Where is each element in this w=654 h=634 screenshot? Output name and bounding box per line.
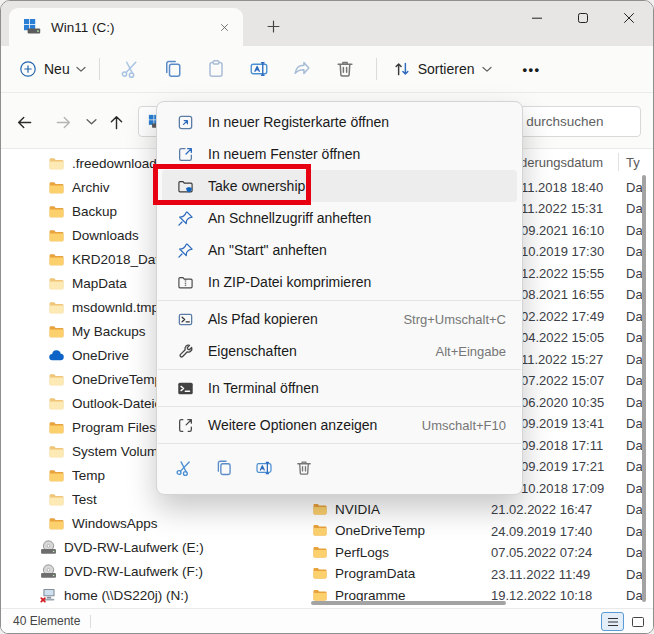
- sidebar-item-label: DVD-RW-Laufwerk (E:): [64, 540, 204, 555]
- column-header-type[interactable]: Ty: [626, 155, 640, 170]
- file-type: Da: [626, 287, 643, 302]
- file-date-modified: 19.12.2022 10:18: [491, 588, 592, 603]
- delete-icon: [295, 459, 313, 477]
- new-tab-button[interactable]: [259, 12, 287, 40]
- toolbar-divider: [99, 58, 100, 80]
- file-type: Da: [626, 395, 643, 410]
- column-divider[interactable]: [618, 153, 619, 171]
- sidebar-item[interactable]: home (\\DS220j) (N:): [1, 583, 291, 607]
- quick-action-cut[interactable]: [167, 452, 200, 485]
- sidebar-item[interactable]: WindowsApps: [1, 511, 291, 535]
- file-type: Da: [626, 201, 643, 216]
- maximize-button[interactable]: [560, 2, 606, 34]
- menu-item-compress-zip[interactable]: In ZIP-Datei komprimieren: [162, 266, 517, 298]
- chevron-down-icon: [482, 66, 492, 73]
- menu-item-open-new-tab[interactable]: In neuer Registerkarte öffnen: [162, 106, 517, 138]
- cut-button[interactable]: [109, 51, 152, 87]
- file-type: Da: [626, 180, 643, 195]
- back-button[interactable]: [11, 109, 37, 135]
- pin-icon: [177, 242, 194, 259]
- tab-label: Win11 (C:): [51, 20, 213, 35]
- quick-action-copy[interactable]: [207, 452, 240, 485]
- sort-button[interactable]: Sortieren: [386, 51, 499, 87]
- sidebar-item-label: Archiv: [72, 180, 110, 195]
- sidebar-item-label: OneDrive: [72, 348, 129, 363]
- paste-button[interactable]: [195, 51, 238, 87]
- file-row[interactable]: NVIDIA 21.02.2022 16:47 Da: [291, 499, 653, 521]
- cut-icon: [175, 459, 193, 477]
- sidebar-item-label: home (\\DS220j) (N:): [64, 588, 189, 603]
- sidebar-item-label: System Volume: [72, 444, 166, 459]
- file-type: Da: [626, 545, 643, 560]
- menu-item-open-terminal[interactable]: In Terminal öffnen: [162, 372, 517, 404]
- sidebar-item-label: Temp: [72, 468, 105, 483]
- onedrive-icon: [48, 347, 65, 364]
- up-button[interactable]: [103, 109, 129, 135]
- list-view-button[interactable]: [601, 612, 624, 631]
- file-date-modified: 09.2019 17:21: [521, 459, 604, 474]
- file-date-modified: 06.2020 10:35: [521, 395, 604, 410]
- new-button[interactable]: Neu: [15, 51, 90, 87]
- menu-item-show-more-options[interactable]: Weitere Optionen anzeigen Umschalt+F10: [162, 409, 517, 441]
- file-name: OneDriveTemp: [335, 523, 425, 538]
- tab-close-icon[interactable]: [213, 16, 235, 38]
- tab-win11-c[interactable]: Win11 (C:): [9, 8, 243, 46]
- dvd-drive-icon: [40, 539, 57, 556]
- folder-icon: [48, 227, 65, 244]
- sidebar-item-label: Outlook-Dateie: [72, 396, 162, 411]
- sidebar-item-label: My Backups: [72, 324, 146, 339]
- file-row[interactable]: OneDriveTemp 24.09.2019 17:40 Da: [291, 520, 653, 542]
- item-count: 40 Elemente: [13, 614, 80, 628]
- file-date-modified: 07.2022 15:07: [521, 373, 604, 388]
- minimize-button[interactable]: [514, 2, 560, 34]
- drive-icon: [23, 18, 41, 36]
- sidebar-item[interactable]: DVD-RW-Laufwerk (E:): [1, 535, 291, 559]
- share-button[interactable]: [281, 51, 324, 87]
- file-row[interactable]: ProgramData 23.11.2022 11:49 Da: [291, 563, 653, 585]
- menu-item-properties[interactable]: Eigenschaften Alt+Eingabe: [162, 335, 517, 367]
- file-type: Da: [626, 309, 643, 324]
- network-drive-icon: [40, 587, 57, 604]
- details-view-button[interactable]: [626, 612, 649, 631]
- file-date-modified: 11.2018 18:40: [521, 180, 603, 195]
- command-bar: Neu Sortieren •••: [1, 46, 653, 93]
- recent-locations-button[interactable]: [78, 109, 104, 135]
- terminal-icon: [177, 380, 194, 397]
- explorer-window: Win11 (C:) Neu Sortieren •••: [0, 0, 654, 634]
- folder-icon: [48, 467, 65, 484]
- menu-item-pin-start[interactable]: An "Start" anheften: [162, 234, 517, 266]
- file-type: Da: [626, 330, 643, 345]
- copy-icon: [215, 459, 233, 477]
- rename-button[interactable]: [238, 51, 281, 87]
- more-options-button[interactable]: •••: [515, 51, 549, 87]
- file-type: Da: [626, 438, 643, 453]
- folder-icon: [48, 251, 65, 268]
- menu-item-shortcut: Umschalt+F10: [422, 418, 506, 433]
- menu-item-pin-quick-access[interactable]: An Schnellzugriff anheften: [162, 202, 517, 234]
- sidebar-item[interactable]: DVD-RW-Laufwerk (F:): [1, 559, 291, 583]
- sidebar-item-label: Program Files: [72, 420, 156, 435]
- more-options-icon: [177, 417, 194, 434]
- sidebar-item-label: KRD2018_Data: [72, 252, 167, 267]
- close-button[interactable]: [606, 2, 652, 34]
- folder-icon: [48, 419, 65, 436]
- file-row[interactable]: PerfLogs 07.05.2022 07:24 Da: [291, 542, 653, 564]
- file-date-modified: 02.2022 17:49: [521, 309, 604, 324]
- menu-item-copy-path[interactable]: Als Pfad kopieren Strg+Umschalt+C: [162, 303, 517, 335]
- context-menu: In neuer Registerkarte öffnen In neuem F…: [156, 101, 523, 495]
- vertical-scrollbar[interactable]: [642, 175, 646, 602]
- file-type: Da: [626, 502, 643, 517]
- column-header-date[interactable]: derungsdatum: [520, 155, 603, 170]
- quick-action-rename[interactable]: [247, 452, 280, 485]
- copy-button[interactable]: [152, 51, 195, 87]
- sidebar-item-label: MapData: [72, 276, 127, 291]
- forward-button[interactable]: [50, 109, 76, 135]
- sidebar-item-label: DVD-RW-Laufwerk (F:): [64, 564, 203, 579]
- quick-action-delete[interactable]: [287, 452, 320, 485]
- file-date-modified: 12.2022 15:55: [521, 266, 604, 281]
- menu-separator: [158, 300, 521, 301]
- delete-button[interactable]: [324, 51, 367, 87]
- horizontal-scrollbar[interactable]: [311, 601, 506, 605]
- quick-actions-row: [157, 446, 522, 490]
- toolbar-divider: [376, 58, 377, 80]
